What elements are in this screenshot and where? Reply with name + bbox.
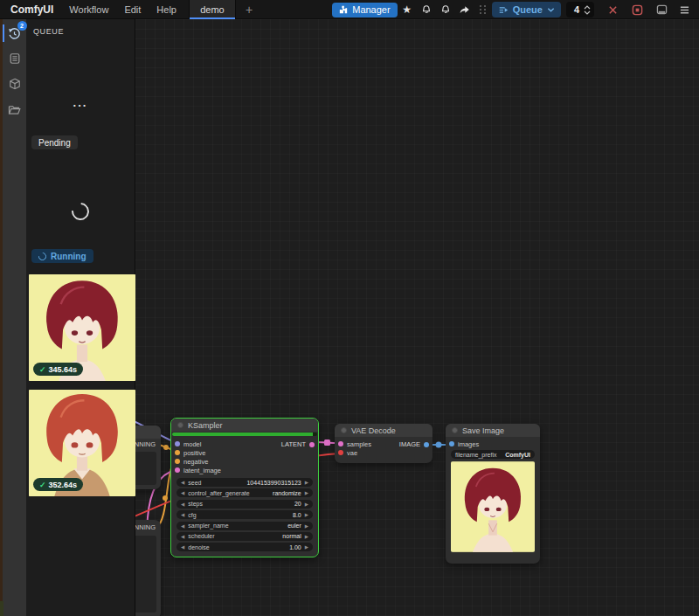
menu-edit[interactable]: Edit	[124, 4, 141, 15]
widget-filename-prefix[interactable]: filename_prefix ComfyUI	[451, 450, 535, 459]
widget-left-arrow-icon[interactable]: ◀	[181, 544, 184, 550]
samples-port[interactable]	[338, 441, 343, 446]
clip-text-encode-node-partial-2[interactable]: NNING	[135, 520, 161, 616]
save-image-node[interactable]: Save Image images filename_prefix ComfyU…	[446, 424, 540, 564]
widget-seed[interactable]: ◀seed 1044153990315123▶	[176, 478, 313, 487]
latent-output-port[interactable]	[309, 442, 315, 447]
widget-left-arrow-icon[interactable]: ◀	[181, 523, 184, 529]
collapse-dot[interactable]	[452, 427, 458, 433]
widget-left-arrow-icon[interactable]: ◀	[181, 502, 184, 507]
model-port[interactable]	[175, 441, 180, 446]
conditioning-output[interactable]: NNING	[135, 523, 156, 531]
latent-image-port[interactable]	[175, 467, 180, 473]
prompt-text-widget[interactable]: th lor, ed itable	[135, 452, 156, 485]
widget-right-arrow-icon[interactable]: ▶	[305, 512, 308, 517]
menu-workflow[interactable]: Workflow	[69, 4, 108, 15]
image-output[interactable]: IMAGE	[399, 440, 429, 448]
desktop-edge-corner	[0, 601, 3, 616]
widget-scheduler[interactable]: ◀scheduler normal▶	[176, 532, 313, 541]
widget-left-arrow-icon[interactable]: ◀	[181, 534, 184, 539]
positive-port[interactable]	[175, 450, 180, 455]
hamburger-glyph	[679, 5, 690, 15]
conditioning-output[interactable]: NNING	[135, 440, 156, 448]
input-label: images	[458, 440, 479, 448]
input-negative[interactable]: negative	[171, 457, 318, 466]
widget-cfg[interactable]: ◀cfg 8.0▶	[176, 510, 313, 519]
widget-name: sampler_name	[188, 523, 228, 529]
input-vae[interactable]: vae	[335, 448, 433, 457]
toolbar-drag-handle[interactable]	[480, 5, 487, 14]
collapsed-pending-items[interactable]: ...	[26, 96, 135, 109]
bell-glyph	[421, 4, 432, 15]
menu-help[interactable]: Help	[156, 4, 176, 15]
sidebar-item-model-library[interactable]	[5, 75, 24, 93]
stepper-up-icon[interactable]	[584, 5, 591, 10]
widget-left-arrow-icon[interactable]: ◀	[181, 512, 184, 517]
node-header[interactable]	[135, 426, 161, 439]
latent-output[interactable]: LATENT	[281, 440, 315, 448]
node-canvas[interactable]: NNING th lor, ed itable NNING KSampler	[135, 19, 699, 616]
prompt-line: itable	[135, 471, 154, 477]
share-arrow-icon[interactable]	[455, 3, 474, 17]
workflow-tabstrip: demo +	[189, 0, 262, 19]
ksampler-node[interactable]: KSampler model positive negative	[170, 418, 319, 557]
sidebar-item-workflows[interactable]	[5, 100, 24, 118]
negative-port[interactable]	[175, 459, 180, 464]
bell-icon-2[interactable]	[436, 3, 455, 17]
input-images[interactable]: images	[446, 440, 540, 448]
prompt-text-widget[interactable]	[135, 536, 156, 613]
comfyui-app: ComfyUI Workflow Edit Help demo + Manage…	[0, 0, 699, 616]
input-latent-image[interactable]: latent_image	[171, 466, 318, 474]
bell-icon-1[interactable]	[417, 3, 436, 17]
queue-result-thumbnail-2[interactable]: ✓ 352.64s	[29, 389, 135, 497]
node-header[interactable]: Save Image	[446, 424, 540, 437]
collapse-dot[interactable]	[177, 422, 183, 428]
collapse-dot[interactable]	[341, 427, 347, 433]
widget-right-arrow-icon[interactable]: ▶	[305, 490, 308, 495]
favorites-star-icon[interactable]: ★	[398, 3, 417, 17]
stepper-down-icon[interactable]	[584, 10, 591, 15]
widget-right-arrow-icon[interactable]: ▶	[305, 534, 308, 539]
new-workflow-tab-button[interactable]: +	[236, 0, 262, 19]
sidebar-item-node-library[interactable]	[5, 50, 24, 67]
widget-right-arrow-icon[interactable]: ▶	[305, 544, 308, 550]
widget-left-arrow-icon[interactable]: ◀	[181, 480, 184, 485]
sidebar-item-queue[interactable]: 2	[5, 24, 24, 42]
result-duration: 352.64s	[49, 481, 78, 489]
widget-control-after-generate[interactable]: ◀control_after_generate randomize▶	[176, 488, 313, 497]
widget-value: euler	[287, 523, 301, 529]
widget-right-arrow-icon[interactable]: ▶	[305, 523, 308, 529]
main-menu-hamburger-icon[interactable]	[675, 3, 694, 17]
widget-value: 8.0	[293, 512, 301, 518]
queue-run-button[interactable]: Queue	[492, 2, 561, 17]
widget-sampler-name[interactable]: ◀sampler_name euler▶	[176, 522, 313, 530]
stop-button-icon[interactable]	[627, 3, 647, 17]
queue-result-thumbnail-1[interactable]: ✓ 345.64s	[29, 273, 135, 382]
vae-decode-node[interactable]: VAE Decode samples vae IMAGE	[335, 424, 433, 463]
widget-denoise[interactable]: ◀denoise 1.00▶	[176, 543, 313, 551]
chevron-down-icon[interactable]	[547, 6, 555, 13]
widget-right-arrow-icon[interactable]: ▶	[305, 502, 308, 507]
batch-count-stepper[interactable]: 4	[566, 2, 594, 17]
manager-button[interactable]: Manager	[332, 3, 397, 17]
puzzle-icon	[339, 5, 348, 14]
input-label: negative	[183, 458, 208, 466]
saved-image-preview[interactable]	[451, 461, 535, 552]
widget-name: steps	[188, 501, 203, 507]
vae-port[interactable]	[338, 450, 343, 455]
widget-steps[interactable]: ◀steps 20▶	[176, 500, 313, 509]
clip-text-encode-node-partial-1[interactable]: NNING th lor, ed itable	[135, 426, 161, 489]
node-header[interactable]: KSampler	[171, 419, 318, 432]
bottom-panel-toggle-icon[interactable]	[652, 3, 671, 17]
image-output-port[interactable]	[424, 442, 429, 447]
pending-status-chip: Pending	[31, 135, 78, 149]
batch-count-value: 4	[574, 4, 579, 15]
widget-name: denoise	[188, 544, 210, 550]
input-positive[interactable]: positive	[171, 448, 318, 457]
widget-left-arrow-icon[interactable]: ◀	[181, 490, 184, 495]
node-header[interactable]: VAE Decode	[335, 424, 433, 437]
tab-demo[interactable]: demo	[189, 0, 236, 19]
images-port[interactable]	[449, 441, 454, 446]
widget-right-arrow-icon[interactable]: ▶	[305, 480, 308, 485]
clear-queue-x-icon[interactable]	[603, 3, 622, 17]
